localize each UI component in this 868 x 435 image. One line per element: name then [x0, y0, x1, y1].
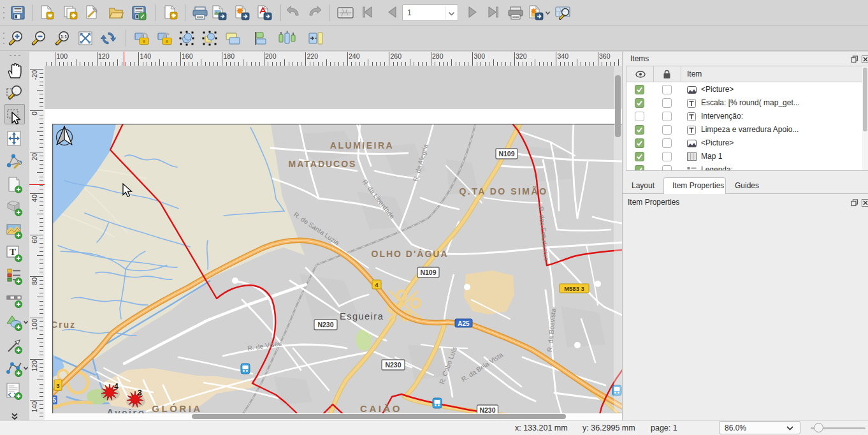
- svg-text:T: T: [10, 247, 16, 257]
- svg-text:MATADUCOS: MATADUCOS: [289, 159, 357, 169]
- svg-text:OLHO D'ÁGUA: OLHO D'ÁGUA: [372, 249, 449, 259]
- svg-text:Cruz: Cruz: [52, 320, 76, 330]
- svg-text:N109: N109: [498, 150, 514, 158]
- svg-text:Esgueira: Esgueira: [340, 311, 384, 321]
- svg-text:M583 3: M583 3: [564, 285, 584, 292]
- svg-text:ALUMIEIRA: ALUMIEIRA: [330, 140, 394, 151]
- svg-text:CAIÃO: CAIÃO: [360, 403, 402, 414]
- svg-text:Q.TA DO SIMÃO: Q.TA DO SIMÃO: [459, 186, 547, 196]
- svg-text:N109: N109: [420, 269, 436, 276]
- svg-text:GLÓRIA: GLÓRIA: [152, 403, 202, 414]
- svg-text:3: 3: [56, 382, 59, 389]
- svg-text:N230: N230: [385, 361, 401, 369]
- svg-text:4: 4: [114, 382, 119, 391]
- svg-text:3: 3: [138, 388, 142, 397]
- svg-text:4: 4: [375, 281, 379, 288]
- svg-text:1:1: 1:1: [61, 34, 67, 39]
- svg-text:N230: N230: [317, 321, 333, 328]
- svg-text:A25: A25: [458, 320, 470, 327]
